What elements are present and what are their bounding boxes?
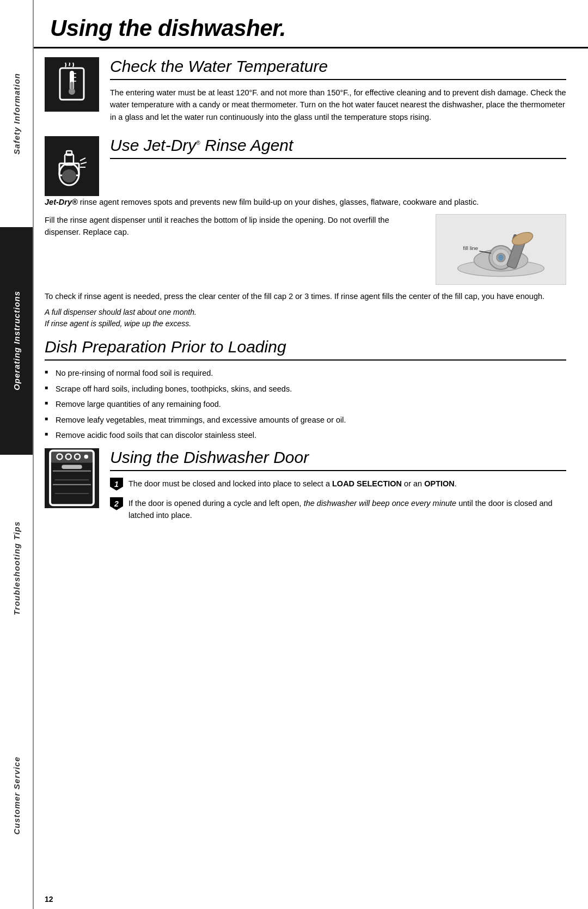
door-title: Using the Dishwasher Door — [110, 448, 566, 471]
step2-italic: the dishwasher will beep once every minu… — [304, 499, 456, 508]
bullet-item: Remove acidic food soils that can discol… — [45, 429, 566, 441]
sidebar-label-troubleshooting: Troubleshooting Tips — [12, 521, 21, 615]
door-steps: 1 The door must be closed and locked int… — [110, 478, 566, 522]
water-temp-section: Check the Water Temperature The entering… — [45, 57, 566, 129]
step1-text-middle: or an — [402, 479, 424, 488]
svg-text:fill line: fill line — [463, 245, 479, 251]
step-1: 1 The door must be closed and locked int… — [110, 478, 566, 491]
door-icon — [45, 448, 99, 508]
bullet-item: No pre-rinsing of normal food soil is re… — [45, 367, 566, 379]
door-section: Using the Dishwasher Door 1 The door mus… — [45, 448, 566, 528]
jetdry-image: fill line — [436, 214, 566, 285]
dish-prep-title: Dish Preparation Prior to Loading — [45, 338, 566, 361]
jetdry-note2: If rinse agent is spilled, wipe up the e… — [45, 319, 566, 328]
jetdry-section: Use Jet-Dry® Rinse Agent — [45, 136, 566, 196]
sidebar-label-operating: Operating Instructions — [12, 291, 21, 391]
svg-point-3 — [69, 88, 75, 95]
sidebar-section-customer[interactable]: Customer Service — [0, 682, 34, 909]
jetdry-content-row: Fill the rinse agent dispenser until it … — [45, 214, 566, 285]
sidebar-label-safety: Safety Information — [12, 73, 21, 155]
step-number-2: 2 — [110, 497, 123, 510]
step1-text-normal: The door must be closed and locked into … — [128, 479, 332, 488]
jetdry-intro: Jet-Dry® rinse agent removes spots and p… — [45, 196, 566, 208]
svg-point-11 — [62, 169, 76, 182]
sidebar-label-customer: Customer Service — [12, 757, 21, 835]
dish-prep-bullets: No pre-rinsing of normal food soil is re… — [45, 367, 566, 441]
step1-text-bold2: OPTION — [424, 479, 455, 488]
svg-line-13 — [81, 162, 87, 164]
page-number: 12 — [34, 890, 588, 909]
step1-text-bold: LOAD SELECTION — [332, 479, 402, 488]
page-title-area: Using the dishwasher. — [34, 0, 588, 48]
jetdry-check-text: To check if rinse agent is needed, press… — [45, 290, 566, 302]
water-temp-body: The entering water must be at least 120°… — [110, 87, 566, 123]
bullet-item: Remove large quantities of any remaining… — [45, 398, 566, 410]
jetdry-header: Use Jet-Dry® Rinse Agent — [110, 136, 566, 166]
page-title: Using the dishwasher. — [50, 15, 566, 41]
svg-line-12 — [80, 158, 85, 161]
sidebar-section-troubleshooting[interactable]: Troubleshooting Tips — [0, 455, 34, 682]
jetdry-fill-text: Fill the rinse agent dispenser until it … — [45, 214, 425, 239]
jetdry-note1: A full dispenser should last about one m… — [45, 308, 566, 316]
svg-point-24 — [498, 254, 504, 261]
svg-point-32 — [84, 455, 89, 459]
jetdry-icon — [45, 136, 99, 196]
sidebar-section-operating[interactable]: Operating Instructions — [0, 227, 34, 454]
water-temp-header: Check the Water Temperature The entering… — [110, 57, 566, 129]
step-2: 2 If the door is opened during a cycle a… — [110, 497, 566, 522]
content-area: Check the Water Temperature The entering… — [34, 48, 588, 890]
step-number-1: 1 — [110, 478, 123, 491]
main-content: Using the dishwasher. — [34, 0, 588, 909]
svg-rect-33 — [62, 465, 82, 469]
bullet-item: Scrape off hard soils, including bones, … — [45, 383, 566, 395]
bullet-item: Remove leafy vegetables, meat trimmings,… — [45, 414, 566, 426]
jetdry-title: Use Jet-Dry® Rinse Agent — [110, 136, 566, 159]
sidebar-section-safety[interactable]: Safety Information — [0, 0, 34, 227]
jetdry-body: Jet-Dry® rinse agent removes spots and p… — [45, 196, 566, 328]
sidebar: Safety Information Operating Instruction… — [0, 0, 34, 909]
water-temp-icon — [45, 57, 99, 112]
step-text-1: The door must be closed and locked into … — [128, 478, 566, 490]
dish-prep-section: Dish Preparation Prior to Loading No pre… — [45, 338, 566, 441]
svg-rect-10 — [66, 151, 72, 155]
jetdry-intro-bold: Jet-Dry® — [45, 198, 78, 206]
step2-prefix: If the door is opened during a cycle and… — [128, 499, 304, 508]
step-text-2: If the door is opened during a cycle and… — [128, 497, 566, 522]
water-temp-title: Check the Water Temperature — [110, 57, 566, 80]
jetdry-text-col: Fill the rinse agent dispenser until it … — [45, 214, 425, 244]
step1-text-end: . — [455, 479, 457, 488]
jetdry-intro-rest: rinse agent removes spots and prevents n… — [78, 198, 479, 206]
door-content: Using the Dishwasher Door 1 The door mus… — [110, 448, 566, 528]
